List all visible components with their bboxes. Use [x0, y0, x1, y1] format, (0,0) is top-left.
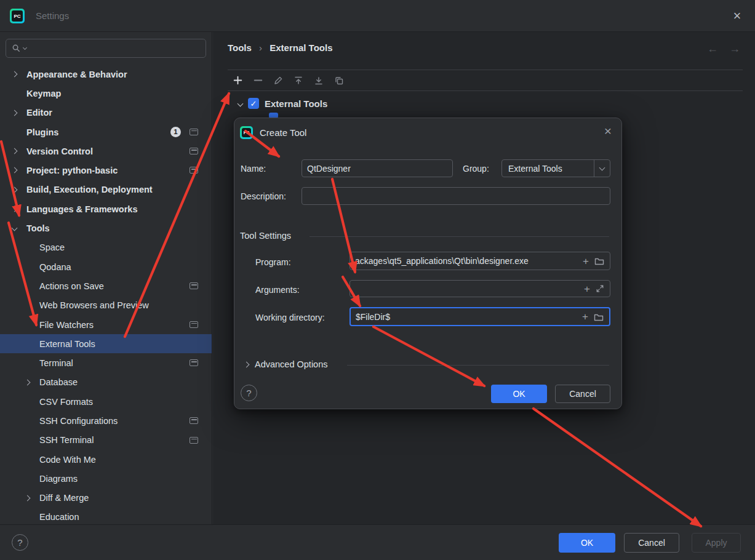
sidebar-item-code-with-me[interactable]: Code With Me	[0, 450, 212, 469]
sidebar-item-terminal[interactable]: Terminal	[0, 353, 212, 372]
dropdown-arrow-section[interactable]	[594, 160, 610, 177]
expand-editor-icon[interactable]	[596, 284, 604, 293]
settings-search-input[interactable]	[6, 39, 206, 58]
insert-macro-icon[interactable]: +	[582, 311, 588, 322]
group-label: Group:	[463, 164, 489, 174]
copy-button[interactable]	[330, 72, 348, 89]
check-icon: ✓	[250, 99, 257, 108]
section-divider	[347, 365, 609, 366]
sidebar-item-languages-frameworks[interactable]: Languages & Frameworks	[0, 199, 212, 218]
settings-tree: Appearance & Behavior Keymap Editor Plug…	[0, 65, 212, 527]
pycharm-logo-icon: PC	[10, 9, 25, 23]
chevron-down-icon	[238, 100, 244, 106]
section-divider	[310, 236, 609, 237]
move-down-button[interactable]	[310, 72, 327, 89]
sidebar-item-qodana[interactable]: Qodana	[0, 257, 212, 276]
checked-checkbox[interactable]: ✓	[248, 98, 259, 109]
program-field: +	[350, 252, 610, 270]
back-icon[interactable]: ←	[707, 42, 718, 55]
name-label: Name:	[241, 164, 266, 174]
arguments-label: Arguments:	[255, 285, 300, 295]
dialog-cancel-button[interactable]: Cancel	[555, 385, 610, 403]
screen-icon	[190, 417, 198, 424]
move-up-button[interactable]	[290, 72, 307, 89]
sidebar-item-diagrams[interactable]: Diagrams	[0, 469, 212, 488]
sidebar-item-appearance-behavior[interactable]: Appearance & Behavior	[0, 65, 212, 84]
forward-icon[interactable]: →	[729, 42, 740, 55]
sidebar-item-ssh-terminal[interactable]: SSH Terminal	[0, 431, 212, 450]
sidebar-item-space[interactable]: Space	[0, 238, 212, 257]
chevron-right-icon	[12, 110, 18, 116]
working-directory-input[interactable]	[351, 312, 582, 322]
breadcrumb-separator: ›	[259, 42, 262, 53]
chevron-right-icon	[12, 206, 18, 212]
settings-window: PC Settings × Appearance & Behavior Keym…	[0, 0, 755, 560]
insert-macro-icon[interactable]: +	[583, 256, 589, 266]
create-tool-dialog: PC Create Tool × Name: Group: External T…	[234, 118, 622, 409]
sidebar-item-external-tools[interactable]: External Tools	[0, 334, 212, 353]
sidebar-item-file-watchers[interactable]: File Watchers	[0, 315, 212, 334]
group-selected-value: External Tools	[502, 164, 594, 174]
cancel-button[interactable]: Cancel	[624, 533, 679, 553]
breadcrumb-current: External Tools	[270, 42, 332, 53]
sidebar-item-version-control[interactable]: Version Control	[0, 142, 212, 161]
chevron-right-icon	[25, 495, 31, 501]
dialog-title: Create Tool	[260, 127, 306, 138]
sidebar-item-ssh-configurations[interactable]: SSH Configurations	[0, 411, 212, 430]
settings-footer: ? OK Cancel Apply	[0, 524, 755, 560]
screen-icon	[190, 321, 198, 328]
insert-macro-icon[interactable]: +	[584, 284, 590, 294]
edit-button[interactable]	[270, 72, 287, 89]
external-tools-toolbar	[228, 70, 743, 91]
dialog-help-button[interactable]: ?	[241, 385, 257, 401]
description-input[interactable]	[302, 191, 610, 201]
sidebar-item-database[interactable]: Database	[0, 373, 212, 392]
description-field	[302, 187, 610, 205]
advanced-options-toggle[interactable]: Advanced Options	[255, 359, 328, 369]
sidebar-item-project-python-basic[interactable]: Project: python-basic	[0, 161, 212, 180]
name-input[interactable]	[302, 164, 452, 174]
chevron-right-icon	[25, 379, 31, 385]
working-directory-label: Working directory:	[255, 313, 325, 322]
sidebar-item-actions-on-save[interactable]: Actions on Save	[0, 276, 212, 295]
screen-icon	[190, 359, 198, 366]
sidebar-item-build-execution-deployment[interactable]: Build, Execution, Deployment	[0, 180, 212, 199]
program-input[interactable]	[350, 256, 583, 266]
dialog-ok-button[interactable]: OK	[491, 385, 547, 403]
sidebar-item-csv-formats[interactable]: CSV Formats	[0, 392, 212, 411]
name-field	[302, 159, 453, 177]
apply-button[interactable]: Apply	[692, 533, 741, 553]
history-nav: ← →	[707, 42, 740, 55]
sidebar-item-keymap[interactable]: Keymap	[0, 84, 212, 103]
search-options-chevron-icon	[23, 45, 27, 49]
close-icon: ×	[733, 8, 741, 24]
screen-icon	[190, 437, 198, 444]
help-button[interactable]: ?	[12, 534, 28, 551]
add-button[interactable]	[229, 72, 246, 89]
sidebar-item-diff-merge[interactable]: Diff & Merge	[0, 489, 212, 508]
folder-browse-icon[interactable]	[594, 312, 604, 322]
screen-icon	[190, 129, 198, 135]
external-tools-tree-root[interactable]: ✓ External Tools	[238, 95, 327, 111]
help-icon: ?	[246, 388, 251, 398]
ok-button[interactable]: OK	[559, 533, 615, 553]
sidebar-item-plugins[interactable]: Plugins1	[0, 122, 212, 142]
chevron-down-icon	[599, 164, 605, 170]
sidebar-item-tools[interactable]: Tools	[0, 218, 212, 238]
sidebar-item-web-browsers-and-preview[interactable]: Web Browsers and Preview	[0, 296, 212, 315]
chevron-down-icon	[12, 225, 18, 231]
window-close-button[interactable]: ×	[728, 7, 746, 25]
help-icon: ?	[17, 537, 22, 548]
program-label: Program:	[255, 257, 291, 267]
sidebar-item-editor[interactable]: Editor	[0, 103, 212, 122]
plugins-update-badge: 1	[170, 127, 181, 137]
folder-browse-icon[interactable]	[594, 256, 604, 266]
arguments-input[interactable]	[350, 284, 584, 294]
tool-settings-section-title: Tool Settings	[240, 231, 291, 241]
breadcrumb-root[interactable]: Tools	[228, 42, 252, 53]
group-select[interactable]: External Tools	[501, 159, 610, 177]
screen-icon	[190, 167, 198, 174]
dialog-close-button[interactable]: ×	[604, 124, 612, 138]
working-directory-field: +	[350, 307, 610, 326]
remove-button[interactable]	[249, 72, 266, 89]
